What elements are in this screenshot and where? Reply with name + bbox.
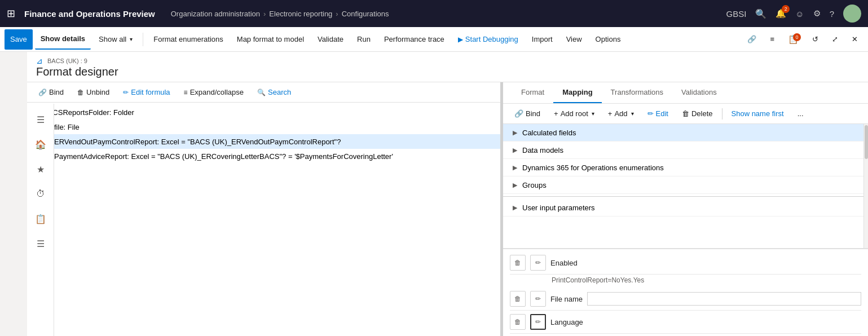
left-sidebar: ☰ 🏠 ★ ⏱ 📋 ☰ bbox=[27, 104, 54, 336]
prop-filename-input[interactable] bbox=[587, 292, 861, 306]
format-enumerations-button[interactable]: Format enumerations bbox=[148, 29, 229, 50]
tree-item[interactable]: ▶ PaymentAdviceReport: Excel = "BACS (UK… bbox=[27, 149, 500, 163]
mt-item[interactable]: ▶ Groups bbox=[503, 176, 863, 194]
mt-item[interactable]: ▶ Calculated fields bbox=[503, 124, 863, 142]
expand-icon[interactable]: ▶ bbox=[510, 180, 520, 190]
show-details-button[interactable]: Show details bbox=[35, 29, 91, 50]
nav-icons-group: GBSI 🔍 🔔 2 ☺ ⚙ ? bbox=[726, 5, 861, 23]
settings-icon[interactable]: ⚙ bbox=[813, 8, 821, 19]
main-area: ☰ 🏠 ★ ⏱ 📋 ☰ ⊿ BACS (UK) : 9 Format desig… bbox=[27, 52, 868, 336]
validate-button[interactable]: Validate bbox=[312, 29, 349, 50]
sidebar-favorites-icon[interactable]: ★ bbox=[29, 158, 52, 180]
tab-validations[interactable]: Validations bbox=[672, 82, 726, 103]
performance-trace-button[interactable]: Performance trace bbox=[378, 29, 450, 50]
tree-item[interactable]: ▶ ERVendOutPaymControlReport: Excel = "B… bbox=[27, 134, 500, 149]
prop-delete-enabled-button[interactable]: 🗑 bbox=[510, 255, 526, 271]
prop-enabled-value: PrintControlReport=NoYes.Yes bbox=[552, 276, 644, 284]
search-nav-icon[interactable]: 🔍 bbox=[755, 8, 766, 19]
filter-icon[interactable]: ⊿ bbox=[36, 56, 43, 65]
mapping-tree-area: ▶ Calculated fields ▶ Data models ▶ Dyna… bbox=[503, 124, 868, 248]
mt-item[interactable]: ▶ Data models bbox=[503, 142, 863, 159]
toolbar-panels-icon[interactable]: ≡ bbox=[764, 29, 780, 50]
breadcrumb-sep-2: › bbox=[336, 10, 338, 18]
avatar[interactable] bbox=[843, 5, 861, 23]
lp-unbind-button[interactable]: 🗑 Unbind bbox=[73, 86, 114, 99]
mt-delete-button[interactable]: 🗑 Delete bbox=[677, 107, 717, 120]
mt-add-root-button[interactable]: + Add root bbox=[549, 107, 599, 120]
view-button[interactable]: View bbox=[561, 29, 588, 50]
mt-bind-button[interactable]: 🔗 Bind bbox=[510, 107, 545, 120]
smiley-icon[interactable]: ☺ bbox=[795, 9, 804, 19]
help-icon[interactable]: ? bbox=[830, 9, 834, 19]
sidebar-home-icon[interactable]: 🏠 bbox=[29, 133, 52, 156]
sidebar-modules-icon[interactable]: ☰ bbox=[29, 232, 52, 255]
mt-item-label: Calculated fields bbox=[522, 129, 576, 137]
breadcrumb-config[interactable]: Configurations bbox=[342, 10, 389, 18]
mt-item[interactable]: ▶ User input parameters bbox=[503, 199, 863, 216]
mt-more-button[interactable]: ... bbox=[793, 107, 808, 120]
breadcrumb-er[interactable]: Electronic reporting bbox=[269, 10, 332, 18]
sidebar-workspaces-icon[interactable]: 📋 bbox=[29, 207, 52, 230]
prop-row-enabled: 🗑 ✏ Enabled bbox=[510, 251, 861, 275]
prop-edit-filename-button[interactable]: ✏ bbox=[530, 291, 546, 307]
mapping-toolbar: 🔗 Bind + Add root + Add ✏ Edit 🗑 Del bbox=[503, 104, 868, 124]
prop-edit-language-button[interactable]: ✏ bbox=[530, 314, 546, 330]
breadcrumb-sep-1: › bbox=[263, 10, 266, 18]
mt-item-label: Data models bbox=[522, 146, 563, 154]
prop-delete-language-button[interactable]: 🗑 bbox=[510, 314, 526, 330]
mt-separator bbox=[722, 108, 722, 120]
toolbar-close-icon[interactable]: ✕ bbox=[846, 29, 863, 50]
user-label: GBSI bbox=[726, 9, 746, 19]
debug-icon: ▶ bbox=[458, 36, 463, 43]
tab-transformations[interactable]: Transformations bbox=[602, 82, 672, 103]
expand-icon[interactable]: ▶ bbox=[510, 202, 520, 213]
map-format-button[interactable]: Map format to model bbox=[231, 29, 310, 50]
options-button[interactable]: Options bbox=[590, 29, 627, 50]
expand-icon[interactable]: ▶ bbox=[510, 162, 520, 173]
mt-item[interactable]: ▶ Dynamics 365 for Operations enumeratio… bbox=[503, 159, 863, 176]
mt-delete-icon: 🗑 bbox=[682, 109, 689, 118]
mt-edit-button[interactable]: ✏ Edit bbox=[643, 107, 673, 120]
lp-toolbar: 🔗 Bind 🗑 Unbind ✏ Edit formula ≡ Expand/… bbox=[27, 82, 500, 103]
show-all-button[interactable]: Show all bbox=[93, 29, 138, 50]
lp-search-button[interactable]: 🔍 Search bbox=[253, 86, 296, 99]
mt-edit-icon: ✏ bbox=[647, 109, 654, 118]
prop-edit-enabled-button[interactable]: ✏ bbox=[530, 255, 546, 271]
lp-edit-formula-button[interactable]: ✏ Edit formula bbox=[118, 86, 174, 99]
tree-item-label: BACSReportsFolder: Folder bbox=[43, 108, 134, 117]
tab-format[interactable]: Format bbox=[512, 82, 553, 103]
save-button[interactable]: Save bbox=[5, 29, 33, 50]
notification-badge: 2 bbox=[782, 5, 790, 13]
expand-icon[interactable]: ▶ bbox=[510, 127, 520, 138]
left-panel: 🔗 Bind 🗑 Unbind ✏ Edit formula ≡ Expand/… bbox=[27, 82, 501, 336]
import-button[interactable]: Import bbox=[526, 29, 558, 50]
mt-show-name-first-button[interactable]: Show name first bbox=[727, 107, 788, 120]
expand-icon[interactable]: ▶ bbox=[510, 145, 520, 155]
toolbar-link-icon[interactable]: 🔗 bbox=[742, 29, 762, 50]
prop-row-filename: 🗑 ✏ File name bbox=[510, 288, 861, 311]
tree-item-label: file: File bbox=[54, 123, 80, 131]
tab-mapping[interactable]: Mapping bbox=[553, 82, 601, 103]
toolbar-expand-icon[interactable]: ⤢ bbox=[826, 29, 844, 50]
mt-add-button[interactable]: + Add bbox=[603, 107, 638, 120]
app-grid-icon[interactable]: ⊞ bbox=[7, 7, 15, 20]
breadcrumb-org[interactable]: Organization administration bbox=[171, 10, 260, 18]
scrollbar-thumb[interactable] bbox=[865, 125, 868, 159]
notification-icon[interactable]: 🔔 2 bbox=[776, 8, 786, 19]
mapping-tabs: Format Mapping Transformations Validatio… bbox=[503, 82, 868, 104]
toolbar-refresh-icon[interactable]: ↺ bbox=[807, 29, 824, 50]
sidebar-menu-icon[interactable]: ☰ bbox=[29, 108, 52, 131]
sidebar-recent-icon[interactable]: ⏱ bbox=[29, 183, 52, 205]
prop-delete-filename-button[interactable]: 🗑 bbox=[510, 291, 526, 307]
app-title: Finance and Operations Preview bbox=[24, 9, 155, 19]
lp-expand-collapse-button[interactable]: ≡ Expand/collapse bbox=[179, 86, 248, 99]
main-toolbar: Save Show details Show all Format enumer… bbox=[0, 27, 868, 52]
run-button[interactable]: Run bbox=[351, 29, 376, 50]
start-debugging-button[interactable]: ▶ Start Debugging bbox=[452, 29, 524, 50]
lp-bind-button[interactable]: 🔗 Bind bbox=[34, 86, 68, 99]
tree-item[interactable]: ▶ file: File bbox=[27, 120, 500, 134]
tree-item[interactable]: ▼ BACSReportsFolder: Folder bbox=[27, 105, 500, 120]
vertical-scrollbar[interactable] bbox=[863, 124, 868, 248]
top-nav: ⊞ Finance and Operations Preview Organiz… bbox=[0, 0, 868, 27]
mt-add-icon: + bbox=[608, 109, 613, 118]
